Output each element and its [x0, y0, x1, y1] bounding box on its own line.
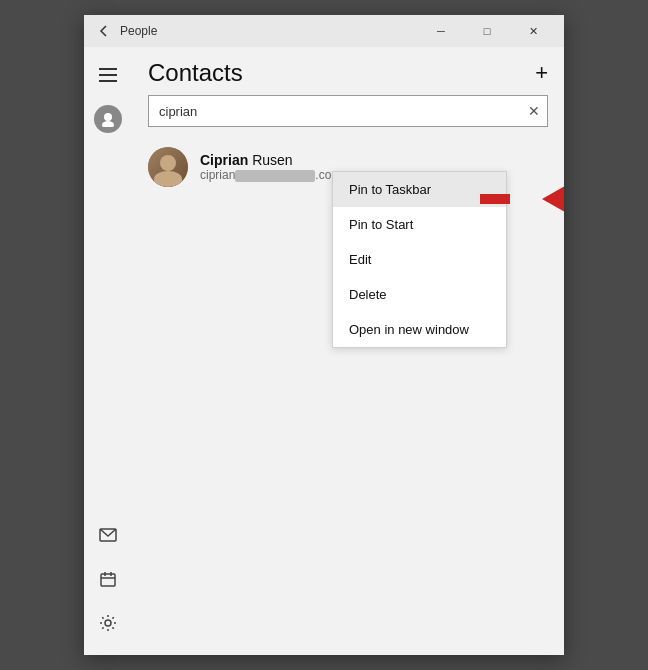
contact-avatar [148, 147, 188, 187]
app-layout: Contacts + ✕ Ciprian Rusen [84, 47, 564, 655]
close-button[interactable]: ✕ [510, 15, 556, 47]
contact-photo [148, 147, 188, 187]
contact-first-name: Ciprian [200, 152, 248, 168]
page-title: Contacts [148, 59, 243, 87]
calendar-icon-button[interactable] [88, 559, 128, 599]
svg-rect-3 [101, 574, 115, 586]
header: Contacts + [132, 47, 564, 95]
back-button[interactable] [92, 19, 116, 43]
svg-point-1 [102, 121, 114, 127]
minimize-button[interactable]: ─ [418, 15, 464, 47]
titlebar-title: People [116, 24, 418, 38]
contact-name: Ciprian Rusen [200, 152, 548, 168]
user-avatar-button[interactable] [88, 99, 128, 139]
arrow-indicator [480, 183, 564, 215]
sidebar-bottom [88, 515, 128, 655]
search-bar: ✕ [148, 95, 548, 127]
mail-icon-button[interactable] [88, 515, 128, 555]
context-menu-item-open-new-window[interactable]: Open in new window [333, 312, 506, 347]
titlebar: People ─ □ ✕ [84, 15, 564, 47]
email-prefix: ciprian [200, 168, 235, 182]
contact-last-name: Rusen [252, 152, 292, 168]
svg-point-4 [105, 620, 111, 626]
search-input[interactable] [148, 95, 548, 127]
add-contact-button[interactable]: + [535, 60, 548, 86]
avatar [94, 105, 122, 133]
svg-point-0 [104, 113, 112, 121]
hamburger-button[interactable] [88, 55, 128, 95]
context-menu-item-edit[interactable]: Edit [333, 242, 506, 277]
contact-area: Ciprian Rusen ciprian.com Pin to Taskbar… [132, 135, 564, 199]
app-window: People ─ □ ✕ [84, 15, 564, 655]
arrow-head [510, 183, 564, 215]
settings-icon-button[interactable] [88, 603, 128, 643]
sidebar [84, 47, 132, 655]
main-content: Contacts + ✕ Ciprian Rusen [132, 47, 564, 655]
arrow-tail [480, 194, 510, 204]
email-blur [235, 170, 315, 182]
context-menu-item-delete[interactable]: Delete [333, 277, 506, 312]
maximize-button[interactable]: □ [464, 15, 510, 47]
search-clear-button[interactable]: ✕ [528, 103, 540, 119]
titlebar-controls: ─ □ ✕ [418, 15, 556, 47]
hamburger-icon [99, 68, 117, 82]
